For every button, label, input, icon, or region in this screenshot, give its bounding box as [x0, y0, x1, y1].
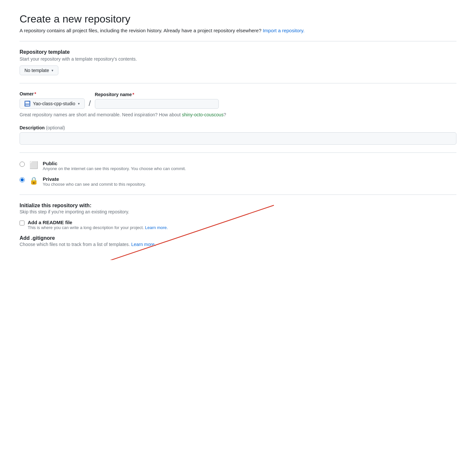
private-option: 🔒 Private You choose who can see and com… — [20, 176, 456, 187]
divider-4 — [20, 195, 456, 195]
repo-required-star: * — [132, 92, 134, 97]
template-dropdown-label: No template — [24, 68, 49, 73]
description-section: Description (optional) — [20, 125, 456, 145]
owner-field-group: Owner* Yao-class-cpp-studio ▾ — [20, 91, 85, 109]
initialize-desc: Skip this step if you're importing an ex… — [20, 209, 456, 214]
public-option-text: Public Anyone on the internet can see th… — [43, 161, 186, 171]
repo-name-input[interactable] — [95, 99, 219, 109]
public-radio[interactable] — [20, 162, 25, 167]
readme-text: Add a README file This is where you can … — [28, 220, 168, 230]
optional-text: (optional) — [46, 125, 65, 130]
suggested-name-link[interactable]: shiny-octo-couscous — [182, 112, 224, 117]
repo-name-suggestion: Great repository names are short and mem… — [20, 112, 456, 117]
public-desc: Anyone on the internet can see this repo… — [43, 166, 186, 171]
gitignore-title: Add .gitignore — [20, 235, 456, 241]
readme-learn-more-link[interactable]: Learn more. — [145, 225, 168, 230]
private-desc: You choose who can see and commit to thi… — [43, 182, 146, 187]
import-repo-link[interactable]: Import a repository. — [263, 28, 305, 33]
page-subtitle: A repository contains all project files,… — [20, 28, 456, 33]
template-section-title: Repository template — [20, 49, 456, 55]
template-dropdown[interactable]: No template ▾ — [20, 65, 58, 75]
private-repo-icon: 🔒 — [29, 177, 38, 185]
private-option-text: Private You choose who can see and commi… — [43, 176, 146, 187]
owner-avatar-icon — [24, 101, 30, 107]
divider-2 — [20, 83, 456, 83]
repo-name-label: Repository name* — [95, 92, 219, 97]
gitignore-desc: Choose which files not to track from a l… — [20, 242, 456, 247]
template-section-desc: Start your repository with a template re… — [20, 56, 456, 62]
slash-separator: / — [85, 99, 95, 108]
private-label: Private — [43, 176, 146, 182]
divider-3 — [20, 152, 456, 153]
readme-desc: This is where you can write a long descr… — [28, 225, 168, 230]
owner-name: Yao-class-cpp-studio — [33, 101, 75, 106]
owner-dropdown[interactable]: Yao-class-cpp-studio ▾ — [20, 98, 85, 109]
visibility-options: ⬜ Public Anyone on the internet can see … — [20, 161, 456, 187]
readme-label: Add a README file — [28, 220, 168, 225]
public-option: ⬜ Public Anyone on the internet can see … — [20, 161, 456, 171]
description-label: Description (optional) — [20, 125, 456, 130]
gitignore-learn-more-link[interactable]: Learn more. — [131, 242, 156, 247]
public-label: Public — [43, 161, 186, 166]
description-input[interactable] — [20, 132, 456, 145]
gitignore-section: Add .gitignore Choose which files not to… — [20, 235, 456, 247]
divider-1 — [20, 41, 456, 41]
private-radio[interactable] — [20, 177, 25, 182]
chevron-down-icon: ▾ — [52, 68, 53, 73]
initialize-section: Initialize this repository with: Skip th… — [20, 203, 456, 230]
public-repo-icon: ⬜ — [29, 161, 38, 169]
page-title: Create a new repository — [20, 13, 456, 25]
readme-checkbox[interactable] — [20, 221, 24, 225]
owner-repo-row: Owner* Yao-class-cpp-studio ▾ / Reposito… — [20, 91, 456, 109]
repo-name-field-group: Repository name* — [95, 92, 219, 109]
initialize-title: Initialize this repository with: — [20, 203, 456, 209]
owner-required-star: * — [35, 91, 36, 96]
owner-chevron-icon: ▾ — [78, 102, 80, 106]
template-section: Repository template Start your repositor… — [20, 49, 456, 75]
owner-label: Owner* — [20, 91, 85, 96]
readme-row: Add a README file This is where you can … — [20, 220, 456, 230]
